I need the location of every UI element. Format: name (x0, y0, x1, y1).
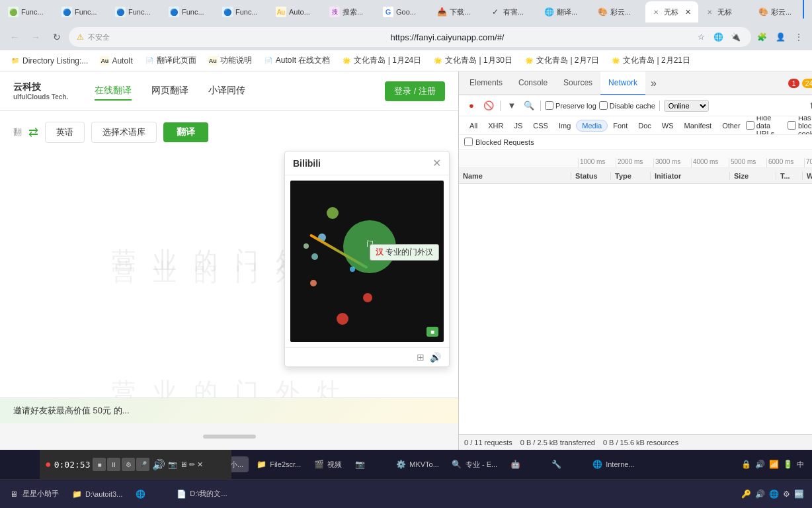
bookmark-autoit[interactable]: Au AutoIt (95, 53, 138, 69)
taskbar-item-file2scr[interactable]: 📁 File2scr... (250, 456, 306, 472)
site-login-button[interactable]: 登录 / 注册 (385, 81, 445, 101)
filter-img[interactable]: Img (553, 120, 576, 131)
taskbar2-item-autoit[interactable]: 📁 D:\autoit3... (65, 486, 128, 502)
tab-2[interactable]: 🔵 Func... (56, 1, 109, 22)
devtools-tab-network[interactable]: Network (600, 71, 645, 95)
game-action-btn[interactable]: ■ (426, 327, 438, 337)
tab-7[interactable]: 搜 搜索... (324, 1, 377, 22)
taskbar-item-video[interactable]: 🎬 视频 (307, 456, 347, 472)
site-nav-page-translate[interactable]: 网页翻译 (151, 82, 188, 101)
tab-12[interactable]: 🎨 彩云... (592, 1, 645, 22)
filter-other[interactable]: Other (717, 120, 746, 131)
site-nav-online-translate[interactable]: 在线翻译 (95, 82, 132, 101)
tab-15[interactable]: 🎨 彩云... (752, 1, 805, 22)
rec-settings-button[interactable]: ⚙ (122, 458, 135, 471)
hide-data-urls-checkbox[interactable]: Hide data URLs (746, 116, 785, 135)
filter-ws[interactable]: WS (657, 120, 679, 131)
rec-pause-button[interactable]: ⏸ (107, 458, 120, 471)
refresh-button[interactable]: ↻ (48, 28, 66, 46)
taskbar-item-expert[interactable]: 🔍 专业 - E... (446, 456, 503, 472)
throttle-select[interactable]: Online Fast 3G Slow 3G (664, 100, 709, 112)
new-tab-button[interactable]: + (806, 3, 812, 21)
bilibili-volume-icon[interactable]: 🔊 (430, 352, 441, 362)
site-nav-sync-translate[interactable]: 小译同传 (208, 82, 245, 101)
filter-manifest[interactable]: Manifest (679, 120, 717, 131)
devtools-tab-elements[interactable]: Elements (462, 71, 510, 95)
header-waterfall[interactable]: Waterfall (803, 172, 812, 180)
tab-10[interactable]: ✓ 有害... (485, 1, 538, 22)
screen-recorder-widget[interactable]: ● 0:02:53 ■ ⏸ ⚙ 🎤 🔊 📷 🖥 ✏ ✕ (40, 450, 231, 479)
trans-target-lang-button[interactable]: 英语 (45, 122, 85, 143)
network-record-button[interactable]: ● (464, 99, 479, 113)
bookmark-star-icon[interactable]: ☆ (693, 29, 709, 45)
tray-icon-4[interactable]: 🔋 (783, 460, 793, 469)
filter-all[interactable]: All (464, 120, 483, 131)
taskbar-item-internet[interactable]: 🌐 Interne... (586, 456, 639, 472)
extension-icon[interactable]: 🔌 (727, 29, 743, 45)
blocked-requests-checkbox-label[interactable]: Blocked Requests (464, 138, 534, 146)
filter-media[interactable]: Media (576, 120, 608, 132)
menu-button[interactable]: ⋮ (791, 29, 807, 45)
filter-font[interactable]: Font (608, 120, 633, 131)
tab-11[interactable]: 🌐 翻译... (538, 1, 591, 22)
taskbar-item-mkv[interactable]: ⚙️ MKVTo... (389, 456, 444, 472)
tray2-icon-4[interactable]: ⚙ (783, 489, 790, 499)
tray2-icon-1[interactable]: 🔑 (741, 489, 751, 499)
horizontal-scrollbar-handle[interactable] (203, 435, 256, 439)
tray-icon-1[interactable]: 🔒 (741, 460, 751, 469)
rec-volume-icon[interactable]: 🔊 (152, 458, 165, 471)
bookmark-wenhua-124[interactable]: 🌟 文化青岛 | 1月24日 (337, 53, 426, 69)
devtools-tab-sources[interactable]: Sources (555, 71, 600, 95)
devtools-tab-console[interactable]: Console (510, 71, 555, 95)
tab-5[interactable]: 🔵 Func... (217, 1, 270, 22)
preserve-log-checkbox[interactable]: Preserve log (545, 101, 596, 110)
network-import-button[interactable]: ⬆ (805, 99, 812, 113)
rec-stop-button[interactable]: ■ (93, 458, 106, 471)
blocked-requests-checkbox[interactable] (464, 138, 473, 146)
filter-doc[interactable]: Doc (633, 120, 657, 131)
tab-8[interactable]: G Goo... (378, 1, 430, 22)
bookmark-features[interactable]: Au 功能说明 (203, 53, 257, 69)
bookmark-wenhua-221[interactable]: 🌟 文化青岛 | 2月21日 (606, 53, 696, 69)
tray-icon-3[interactable]: 📶 (769, 460, 779, 469)
taskbar2-item-web[interactable]: 🌐 (129, 486, 169, 502)
tab-3[interactable]: 🔵 Func... (110, 1, 163, 22)
translate-page-icon[interactable]: 🌐 (710, 29, 726, 45)
filter-js[interactable]: JS (508, 120, 528, 131)
network-search-button[interactable]: 🔍 (522, 99, 536, 113)
taskbar2-item-star[interactable]: 🖥 星星小助手 (3, 486, 64, 502)
tray2-icon-2[interactable]: 🔊 (755, 489, 765, 499)
tab-6[interactable]: Au Auto... (270, 1, 323, 22)
tab-13[interactable]: ✕ 无标 ✕ (645, 1, 698, 22)
tab-4[interactable]: 🔵 Func... (163, 1, 216, 22)
network-clear-button[interactable]: 🚫 (481, 99, 496, 113)
has-blocked-cookies-checkbox[interactable]: Has blocked cookies (788, 116, 812, 135)
forward-button[interactable]: → (26, 28, 45, 46)
header-initiator[interactable]: Initiator (651, 172, 730, 180)
bilibili-close-button[interactable]: ✕ (432, 157, 441, 169)
back-button[interactable]: ← (5, 28, 24, 46)
header-name[interactable]: Name (459, 172, 571, 180)
bookmark-translate[interactable]: 📄 翻译此页面 (140, 53, 202, 69)
bilibili-expand-icon[interactable]: ⊞ (417, 352, 425, 362)
header-size[interactable]: Size (730, 172, 776, 180)
devtools-more-tabs[interactable]: » (645, 77, 662, 89)
bookmark-wenhua-27[interactable]: 🌟 文化青岛 | 2月7日 (519, 53, 604, 69)
tab-14[interactable]: ✕ 无标 (699, 1, 752, 22)
tab-1[interactable]: 🟢 Func... (3, 1, 56, 22)
tray2-icon-5[interactable]: 🔤 (794, 489, 804, 499)
profile-button[interactable]: 👤 (772, 29, 788, 45)
filter-css[interactable]: CSS (528, 120, 553, 131)
network-requests-table[interactable]: Name Status Type Initiator Size T... Wat… (459, 168, 812, 434)
tab-9[interactable]: 📥 下载... (431, 1, 484, 22)
trans-action-button[interactable]: 翻译 (163, 122, 208, 142)
tray2-icon-3[interactable]: 🌐 (769, 489, 779, 499)
rec-mic-button[interactable]: 🎤 (136, 458, 149, 471)
trans-swap-arrow[interactable]: ⇄ (28, 125, 38, 140)
header-status[interactable]: Status (571, 172, 611, 180)
taskbar2-item-doc[interactable]: 📄 D:\我的文... (170, 486, 232, 502)
taskbar-item-bot[interactable]: 🤖 (504, 456, 544, 472)
taskbar-item-3[interactable]: 📷 (348, 456, 388, 472)
extensions-button[interactable]: 🧩 (754, 29, 770, 45)
header-type[interactable]: Type (611, 172, 651, 180)
